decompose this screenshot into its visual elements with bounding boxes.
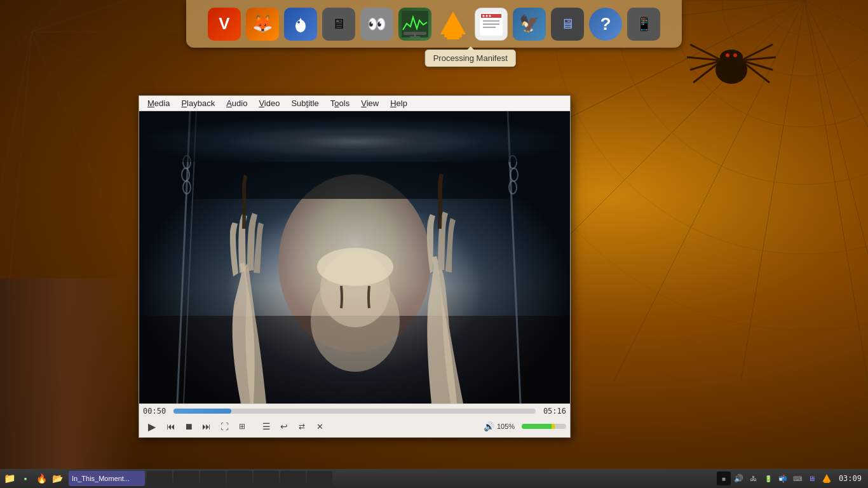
- tray-vlc-icon[interactable]: [820, 472, 833, 485]
- svg-line-3: [32, 0, 64, 32]
- svg-point-40: [726, 53, 729, 57]
- loop-button[interactable]: ↩: [276, 419, 292, 433]
- volume-percent: 105%: [497, 423, 519, 430]
- svg-point-10: [0, 0, 114, 133]
- taskbar-empty-slot-1: [147, 471, 172, 486]
- svg-point-9: [0, 0, 83, 89]
- progress-bar-fill: [173, 409, 231, 414]
- tray-display-icon[interactable]: 🖥: [806, 472, 818, 485]
- svg-rect-51: [447, 37, 459, 39]
- buttons-row: ▶ ⏮ ⏹ ⏭ ⛶ ⊞ ☰ ↩ ⇄ ✕ 🔊 105%: [143, 418, 566, 435]
- progress-row: 00:50 05:16: [143, 407, 566, 416]
- help-icon[interactable]: ?: [589, 8, 622, 41]
- xeyes-icon[interactable]: 👀: [360, 8, 393, 41]
- text-editor-icon[interactable]: [475, 8, 508, 41]
- playlist-button[interactable]: ☰: [259, 419, 274, 433]
- tray-battery-icon[interactable]: 🔋: [762, 472, 775, 485]
- eagle-icon[interactable]: 🦅: [513, 8, 546, 41]
- svg-line-16: [804, 0, 868, 32]
- svg-point-60: [489, 15, 491, 17]
- phone-icon[interactable]: 📱: [627, 8, 660, 41]
- vlc-icon[interactable]: [437, 8, 470, 41]
- taskbar-empty-slot-3: [200, 471, 226, 486]
- vlc-menu-video[interactable]: Video: [254, 97, 285, 109]
- volume-yellow-fill: [552, 424, 555, 429]
- total-time: 05:16: [541, 407, 566, 416]
- taskbar-folder-icon[interactable]: 📂: [50, 471, 64, 485]
- tray-network-icon[interactable]: 🖧: [747, 472, 760, 485]
- vlc-window: Media Playback Audio Video Subtitle Tool…: [139, 95, 571, 438]
- sysmonitor-icon[interactable]: [398, 8, 431, 41]
- vlc-menu-view[interactable]: View: [356, 97, 384, 109]
- fullscreen-button[interactable]: ⛶: [217, 419, 232, 433]
- shuffle-button[interactable]: ⇄: [294, 419, 309, 433]
- svg-point-11: [0, 0, 153, 191]
- taskbar-empty-slot-4: [227, 471, 252, 486]
- extended-button[interactable]: ⊞: [234, 419, 250, 433]
- svg-point-58: [483, 15, 485, 17]
- active-window-taskbar-btn[interactable]: In_This_Moment...: [69, 471, 145, 486]
- system-tray: ■ 🔊 🖧 🔋 📬 ⌨ 🖥 03:09: [717, 471, 865, 485]
- taskbar-browser-icon[interactable]: 🔥: [34, 471, 48, 485]
- current-time: 00:50: [143, 407, 168, 416]
- vlc-video-area: [139, 111, 570, 403]
- prev-button[interactable]: ⏮: [163, 419, 179, 433]
- taskbar-files-icon[interactable]: 📁: [3, 471, 17, 485]
- svg-point-44: [297, 21, 300, 24]
- svg-line-14: [804, 0, 868, 254]
- taskbar-terminal-icon[interactable]: ▪: [18, 471, 32, 485]
- vlc-menu-subtitle[interactable]: Subtitle: [286, 97, 323, 109]
- svg-point-29: [550, 0, 868, 330]
- vlc-menu-bar: Media Playback Audio Video Subtitle Tool…: [139, 96, 570, 111]
- svg-line-7: [32, 32, 127, 254]
- screen2-icon[interactable]: 🖥: [551, 8, 584, 41]
- volume-bar[interactable]: [522, 424, 566, 429]
- display-settings-icon[interactable]: 🖥: [322, 8, 355, 41]
- svg-point-26: [671, 0, 868, 127]
- svg-point-24: [766, 0, 843, 35]
- svg-rect-48: [410, 36, 420, 37]
- vlc-menu-media[interactable]: Media: [142, 97, 175, 109]
- next-button[interactable]: ⏭: [199, 419, 214, 433]
- close-playlist-button[interactable]: ✕: [312, 419, 327, 433]
- mikutter-icon[interactable]: [284, 8, 317, 41]
- volume-green-fill: [522, 424, 552, 429]
- play-button[interactable]: ▶: [143, 418, 161, 435]
- vlc-menu-playback[interactable]: Playback: [176, 97, 220, 109]
- taskbar-empty-slot-2: [173, 471, 199, 486]
- stop-button[interactable]: ⏹: [181, 419, 196, 433]
- taskbar-clock: 03:09: [835, 474, 865, 483]
- svg-line-4: [32, 0, 127, 32]
- svg-point-59: [486, 15, 488, 17]
- svg-line-13: [804, 0, 868, 381]
- vlc-menu-help[interactable]: Help: [385, 97, 412, 109]
- spiderweb-right-decoration: [550, 0, 868, 381]
- taskbar-empty-slot-5: [254, 471, 279, 486]
- svg-line-1: [0, 32, 32, 191]
- screen-btn[interactable]: ■: [717, 471, 731, 485]
- svg-line-0: [6, 32, 32, 318]
- processing-manifest-tooltip: Processing Manifest: [425, 50, 516, 67]
- tray-sound-icon[interactable]: 🔊: [733, 472, 745, 485]
- progress-bar[interactable]: [173, 409, 536, 414]
- vlc-menu-tools[interactable]: Tools: [325, 97, 355, 109]
- volume-icon: 🔊: [484, 421, 494, 431]
- firefox-icon[interactable]: 🦊: [246, 8, 279, 41]
- top-dock: V 🦊 🖥 👀: [186, 0, 682, 48]
- spider-body: [687, 44, 776, 84]
- volume-area: 🔊 105%: [484, 421, 566, 431]
- svg-rect-79: [824, 482, 829, 483]
- taskbar-app-area: [147, 471, 715, 486]
- video-frame: [139, 111, 570, 403]
- vlc-controls: 00:50 05:16 ▶ ⏮ ⏹ ⏭ ⛶ ⊞ ☰ ↩: [139, 403, 570, 437]
- taskbar-empty-slot-7: [307, 471, 332, 486]
- vlc-menu-audio[interactable]: Audio: [221, 97, 252, 109]
- tray-keyboard-icon[interactable]: ⌨: [791, 472, 804, 485]
- svg-line-2: [0, 32, 32, 64]
- tray-notification-icon[interactable]: 📬: [776, 472, 789, 485]
- vivaldi-icon[interactable]: V: [208, 8, 241, 41]
- svg-point-39: [715, 56, 747, 84]
- ground-decoration: [0, 278, 140, 469]
- svg-marker-49: [440, 11, 466, 34]
- svg-rect-50: [444, 34, 462, 37]
